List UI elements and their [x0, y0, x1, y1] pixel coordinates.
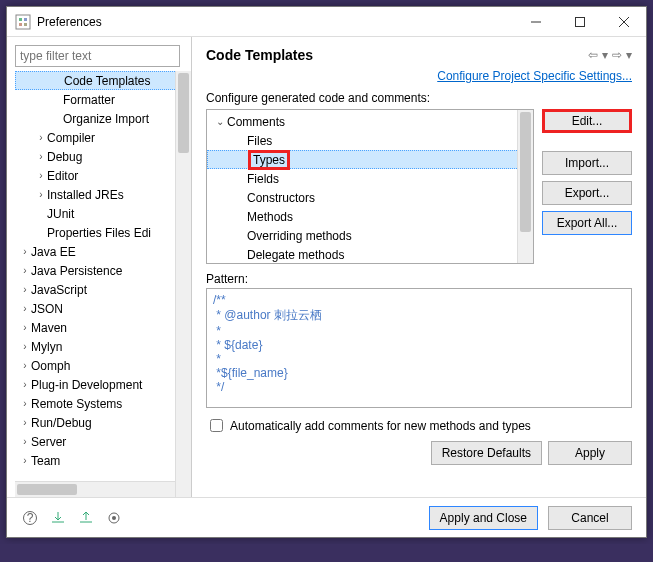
tree-item-label: Maven [31, 321, 67, 335]
export-prefs-icon[interactable] [77, 509, 95, 527]
template-item-label: Methods [247, 210, 293, 224]
app-icon [15, 14, 31, 30]
filter-input[interactable] [15, 45, 180, 67]
tree-item-label: Installed JREs [47, 188, 124, 202]
tree-item-label: Remote Systems [31, 397, 122, 411]
tree-item[interactable]: Run/Debug [15, 413, 189, 432]
expand-icon[interactable] [19, 284, 31, 295]
tree-item[interactable]: Plug-in Development [15, 375, 189, 394]
svg-rect-3 [19, 23, 22, 26]
help-icon[interactable]: ? [21, 509, 39, 527]
edit-button[interactable]: Edit... [542, 109, 632, 133]
template-item-label: Delegate methods [247, 248, 344, 262]
expand-icon[interactable] [19, 379, 31, 390]
expand-icon[interactable] [213, 116, 227, 127]
tree-item-label: Formatter [63, 93, 115, 107]
tree-item[interactable]: Java EE [15, 242, 189, 261]
tree-item[interactable]: Editor [15, 166, 189, 185]
svg-rect-2 [24, 18, 27, 21]
apply-button[interactable]: Apply [548, 441, 632, 465]
expand-icon[interactable] [35, 189, 47, 200]
expand-icon[interactable] [19, 303, 31, 314]
template-item-label: Types [248, 150, 290, 170]
template-item[interactable]: Delegate methods [207, 245, 533, 264]
apply-and-close-button[interactable]: Apply and Close [429, 506, 538, 530]
pattern-label: Pattern: [206, 272, 632, 286]
tree-scrollbar-vertical[interactable] [175, 71, 191, 497]
maximize-button[interactable] [558, 7, 602, 37]
back-icon[interactable]: ⇦ [588, 48, 598, 62]
tree-item-label: Java Persistence [31, 264, 122, 278]
tree-item-label: Compiler [47, 131, 95, 145]
tree-item-label: JavaScript [31, 283, 87, 297]
tree-item[interactable]: JavaScript [15, 280, 189, 299]
svg-point-12 [112, 516, 116, 520]
svg-text:?: ? [27, 511, 34, 525]
tree-item[interactable]: Debug [15, 147, 189, 166]
tree-item[interactable]: Organize Import [15, 109, 189, 128]
expand-icon[interactable] [19, 398, 31, 409]
tree-scrollbar-horizontal[interactable] [15, 481, 175, 497]
cancel-button[interactable]: Cancel [548, 506, 632, 530]
project-settings-link[interactable]: Configure Project Specific Settings... [206, 69, 632, 83]
svg-rect-4 [24, 23, 27, 26]
pattern-textarea[interactable]: /** * @author 刺拉云栖 * * ${date} * *${file… [206, 288, 632, 408]
nav-arrows[interactable]: ⇦▾ ⇨▾ [588, 48, 632, 62]
expand-icon[interactable] [35, 151, 47, 162]
close-button[interactable] [602, 7, 646, 37]
auto-comments-checkbox[interactable] [210, 419, 223, 432]
expand-icon[interactable] [19, 265, 31, 276]
tree-item[interactable]: Server [15, 432, 189, 451]
restore-defaults-button[interactable]: Restore Defaults [431, 441, 542, 465]
expand-icon[interactable] [19, 360, 31, 371]
tree-item[interactable]: Java Persistence [15, 261, 189, 280]
svg-rect-1 [19, 18, 22, 21]
export-all-button[interactable]: Export All... [542, 211, 632, 235]
window-title: Preferences [37, 15, 514, 29]
record-icon[interactable] [105, 509, 123, 527]
template-item[interactable]: Files [207, 131, 533, 150]
expand-icon[interactable] [19, 322, 31, 333]
expand-icon[interactable] [35, 132, 47, 143]
tree-item-label: Plug-in Development [31, 378, 142, 392]
expand-icon[interactable] [35, 170, 47, 181]
tree-item[interactable]: Installed JREs [15, 185, 189, 204]
tree-item[interactable]: Compiler [15, 128, 189, 147]
expand-icon[interactable] [19, 436, 31, 447]
forward-icon[interactable]: ⇨ [612, 48, 622, 62]
tree-item[interactable]: Team [15, 451, 189, 470]
main-panel: Code Templates ⇦▾ ⇨▾ Configure Project S… [192, 37, 646, 497]
template-item[interactable]: Types [207, 150, 533, 169]
minimize-button[interactable] [514, 7, 558, 37]
tree-item[interactable]: Maven [15, 318, 189, 337]
expand-icon[interactable] [19, 341, 31, 352]
tree-item[interactable]: Properties Files Edi [15, 223, 189, 242]
tree-item[interactable]: Remote Systems [15, 394, 189, 413]
expand-icon[interactable] [19, 417, 31, 428]
tree-item-label: Properties Files Edi [47, 226, 151, 240]
tree-item-label: Organize Import [63, 112, 149, 126]
template-tree[interactable]: CommentsFilesTypesFieldsConstructorsMeth… [206, 109, 534, 264]
template-item[interactable]: Fields [207, 169, 533, 188]
template-item-label: Comments [227, 115, 285, 129]
tree-item[interactable]: Mylyn [15, 337, 189, 356]
template-scrollbar-vertical[interactable] [517, 110, 533, 263]
template-item-label: Fields [247, 172, 279, 186]
tree-item[interactable]: Formatter [15, 90, 189, 109]
template-item[interactable]: Comments [207, 112, 533, 131]
expand-icon[interactable] [19, 455, 31, 466]
tree-item[interactable]: JSON [15, 299, 189, 318]
tree-item-label: Debug [47, 150, 82, 164]
tree-item[interactable]: JUnit [15, 204, 189, 223]
tree-item[interactable]: Code Templates [15, 71, 189, 90]
import-prefs-icon[interactable] [49, 509, 67, 527]
svg-rect-0 [16, 15, 30, 29]
category-tree[interactable]: Code TemplatesFormatterOrganize ImportCo… [15, 71, 191, 497]
tree-item[interactable]: Oomph [15, 356, 189, 375]
template-item[interactable]: Methods [207, 207, 533, 226]
template-item[interactable]: Overriding methods [207, 226, 533, 245]
template-item[interactable]: Constructors [207, 188, 533, 207]
import-button[interactable]: Import... [542, 151, 632, 175]
expand-icon[interactable] [19, 246, 31, 257]
export-button[interactable]: Export... [542, 181, 632, 205]
